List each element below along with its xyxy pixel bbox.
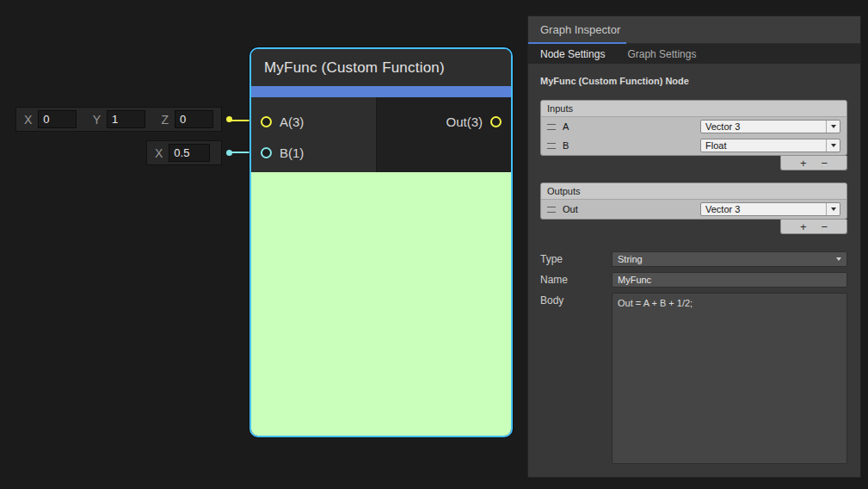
- input-row-a[interactable]: A Vector 3: [541, 117, 846, 136]
- vector3-default-widget: X Y Z: [15, 107, 222, 132]
- outputs-list-footer: + −: [780, 220, 847, 234]
- inputs-section: Inputs A Vector 3 B Float: [540, 100, 847, 156]
- outputs-section: Outputs Out Vector 3: [540, 183, 847, 220]
- active-panel-underline: [528, 42, 626, 44]
- name-label: Name: [540, 272, 612, 286]
- output-name: Out: [563, 204, 693, 214]
- type-field-row: Type String: [540, 251, 847, 267]
- output-ports: Out(3): [377, 97, 511, 172]
- y-value-field[interactable]: [107, 110, 145, 128]
- add-input-button[interactable]: +: [800, 158, 807, 169]
- dropdown-arrow-icon: [826, 203, 840, 215]
- port-row-out: Out(3): [377, 111, 511, 132]
- add-output-button[interactable]: +: [800, 221, 807, 232]
- x-axis-label[interactable]: X: [155, 146, 163, 160]
- inspector-tabbar: Node Settings Graph Settings: [528, 44, 860, 64]
- tab-graph-settings[interactable]: Graph Settings: [627, 48, 696, 60]
- port-a-label: A(3): [280, 115, 304, 129]
- type-dropdown[interactable]: String: [612, 251, 847, 267]
- port-a-connector-icon[interactable]: [261, 116, 272, 127]
- node-preview: [251, 172, 511, 436]
- node-title: MyFunc (Custom Function): [264, 59, 445, 77]
- output-type-dropdown[interactable]: Vector 3: [700, 202, 840, 216]
- tab-node-settings[interactable]: Node Settings: [540, 48, 605, 60]
- input-a-type-dropdown[interactable]: Vector 3: [700, 120, 840, 133]
- panel-title: Graph Inspector: [540, 23, 620, 36]
- inspector-body: MyFunc (Custom Function) Node Inputs A V…: [528, 64, 860, 477]
- float-value-field[interactable]: [169, 144, 210, 162]
- inputs-list-footer: + −: [780, 156, 847, 170]
- dropdown-value: Vector 3: [705, 204, 740, 214]
- graph-inspector-panel: Graph Inspector Node Settings Graph Sett…: [527, 15, 861, 478]
- body-label: Body: [540, 293, 612, 306]
- port-row-b: B(1): [251, 142, 376, 163]
- node-settings-heading: MyFunc (Custom Function) Node: [540, 76, 847, 86]
- dropdown-arrow-icon: [826, 139, 840, 152]
- name-field-row: Name: [540, 272, 847, 288]
- z-axis-label[interactable]: Z: [161, 113, 169, 127]
- y-axis-label[interactable]: Y: [93, 113, 101, 127]
- x-axis-label[interactable]: X: [24, 113, 32, 127]
- port-out-connector-icon[interactable]: [490, 116, 502, 127]
- dropdown-value: Float: [705, 140, 726, 151]
- drag-handle-icon[interactable]: [547, 143, 556, 149]
- drag-handle-icon[interactable]: [547, 124, 556, 130]
- input-name: B: [563, 140, 693, 151]
- input-b-type-dropdown[interactable]: Float: [700, 139, 840, 152]
- name-input[interactable]: [612, 272, 847, 288]
- z-value-field[interactable]: [175, 110, 213, 128]
- outputs-section-title: Outputs: [541, 183, 846, 200]
- port-row-a: A(3): [251, 111, 376, 132]
- node-title-bar[interactable]: MyFunc (Custom Function): [251, 49, 511, 86]
- graph-inspector-header[interactable]: Graph Inspector: [528, 16, 860, 44]
- port-out-label: Out(3): [446, 115, 483, 129]
- function-fields: Type String Name Body Out = A + B + 1/2;: [540, 251, 847, 469]
- float-default-widget: X: [146, 140, 222, 165]
- inputs-section-title: Inputs: [541, 101, 846, 117]
- input-name: A: [563, 121, 693, 132]
- type-label: Type: [540, 251, 612, 265]
- port-b-connector-icon[interactable]: [261, 147, 272, 158]
- remove-input-button[interactable]: −: [822, 158, 828, 169]
- x-value-field[interactable]: [38, 110, 77, 128]
- input-ports: A(3) B(1): [251, 97, 377, 172]
- drag-handle-icon[interactable]: [547, 207, 556, 213]
- dropdown-arrow-icon: [826, 121, 840, 133]
- port-b-label: B(1): [280, 145, 304, 160]
- dropdown-value: Vector 3: [705, 121, 740, 132]
- input-row-b[interactable]: B Float: [541, 136, 846, 155]
- dropdown-value: String: [618, 254, 643, 264]
- node-port-area: A(3) B(1) Out(3): [251, 97, 511, 172]
- body-input[interactable]: Out = A + B + 1/2;: [612, 293, 847, 464]
- dropdown-arrow-icon: [836, 257, 841, 261]
- node-category-colorbar: [251, 86, 511, 97]
- body-field-row: Body Out = A + B + 1/2;: [540, 293, 847, 464]
- remove-output-button[interactable]: −: [822, 221, 828, 232]
- output-row-out[interactable]: Out Vector 3: [541, 200, 846, 219]
- custom-function-node[interactable]: MyFunc (Custom Function) A(3) B(1) Out(3…: [249, 47, 513, 437]
